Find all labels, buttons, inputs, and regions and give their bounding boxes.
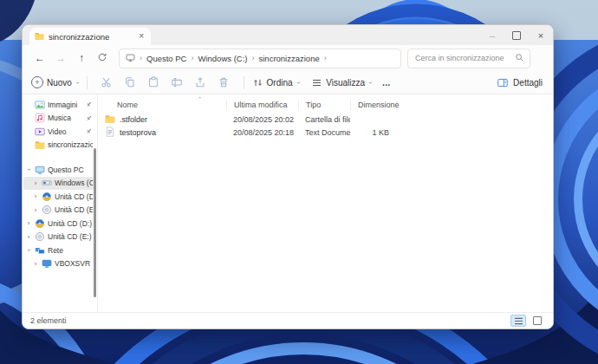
disc-icon — [35, 231, 45, 242]
chevron-collapsed-icon[interactable]: › — [32, 206, 39, 214]
sidebar-item-unita-cd-d[interactable]: › Unità CD (D:) V — [23, 190, 94, 204]
share-button[interactable] — [189, 76, 212, 88]
sidebar-item-rete[interactable]: › Rete — [23, 244, 94, 257]
pin-icon — [85, 127, 93, 135]
forward-button[interactable]: → — [50, 52, 71, 64]
sidebar-item-label: Musica — [48, 114, 71, 122]
view-button[interactable]: Visualizza › — [311, 77, 372, 88]
details-view-button[interactable] — [510, 315, 526, 327]
close-button[interactable]: × — [529, 25, 553, 45]
pictures-icon — [35, 100, 45, 110]
delete-button[interactable] — [212, 76, 236, 88]
sidebar-item-questo-pc[interactable]: › Questo PC — [23, 163, 94, 177]
tab-close-icon[interactable]: × — [137, 32, 146, 41]
divider — [87, 76, 88, 89]
breadcrumb-separator: › — [140, 54, 142, 62]
maximize-button[interactable] — [504, 25, 529, 45]
back-button[interactable]: ← — [29, 52, 50, 64]
sidebar-item-video[interactable]: Video — [23, 125, 94, 139]
chevron-down-icon: › — [294, 81, 302, 84]
copy-button[interactable] — [119, 76, 142, 88]
sidebar-item-label: Video — [48, 127, 67, 136]
sidebar-item-label: Rete — [48, 246, 63, 255]
chevron-collapsed-icon[interactable]: › — [32, 192, 39, 200]
sidebar-item-vboxsvr[interactable]: › VBOXSVR — [23, 257, 94, 271]
file-size: 1 KB — [350, 128, 397, 137]
sidebar-item-musica[interactable]: Musica — [23, 112, 94, 126]
sidebar-separator — [23, 152, 97, 163]
explorer-tab[interactable]: sincronizzazione × — [29, 28, 151, 45]
new-button[interactable]: + Nuovo › — [31, 76, 79, 88]
details-label: Dettagli — [513, 78, 543, 88]
text-file-icon — [105, 127, 115, 139]
sidebar-item-sincronizzazione[interactable]: sincronizzazione — [23, 139, 94, 153]
paste-button[interactable] — [142, 76, 166, 88]
breadcrumb-item-windows-c[interactable]: Windows (C:) — [198, 54, 247, 63]
chevron-collapsed-icon[interactable]: › — [25, 219, 32, 227]
sidebar-scrollbar[interactable] — [94, 148, 96, 297]
more-options-button[interactable]: … — [382, 78, 392, 88]
breadcrumb-item-questo-pc[interactable]: Questo PC — [146, 54, 186, 63]
pin-icon — [85, 101, 93, 108]
up-button[interactable]: ↑ — [71, 52, 92, 64]
details-pane-button[interactable]: Dettagli — [497, 77, 543, 88]
computer-icon — [35, 165, 45, 175]
column-header-tipo[interactable]: Tipo — [298, 100, 350, 111]
rename-button[interactable] — [166, 76, 189, 88]
item-count: 2 elementi — [30, 316, 67, 325]
network-icon — [35, 245, 45, 256]
command-bar: + Nuovo › — [23, 71, 553, 94]
sidebar-item-label: Unità CD (D:) V — [55, 192, 93, 201]
search-icon — [515, 50, 524, 66]
navigation-bar: ← → ↑ › Questo PC › Windows (C:) › sincr… — [23, 45, 553, 71]
large-icons-view-button[interactable] — [530, 315, 545, 327]
sort-button[interactable]: Ordina › — [252, 77, 300, 88]
breadcrumb-item-sincronizzazione[interactable]: sincronizzazione — [258, 54, 319, 63]
file-explorer-window: sincronizzazione × – × ← → ↑ › Questo — [22, 24, 554, 329]
refresh-button[interactable] — [92, 52, 113, 65]
new-label: Nuovo — [47, 78, 72, 88]
file-type: Text Document — [298, 128, 350, 137]
table-row[interactable]: testoprova 20/08/2025 20:18 Text Documen… — [98, 127, 553, 140]
sidebar-item-windows-c[interactable]: › Windows (C:) — [23, 177, 94, 191]
search-input[interactable] — [413, 53, 515, 63]
table-row[interactable]: .stfolder 20/08/2025 20:02 Cartella di f… — [98, 113, 553, 127]
file-name: testoprova — [120, 128, 156, 137]
pin-icon — [85, 114, 93, 122]
sidebar-item-label: Unità CD (E:) 202 — [48, 232, 93, 241]
chevron-collapsed-icon[interactable]: › — [32, 179, 39, 187]
address-bar[interactable]: › Questo PC › Windows (C:) › sincronizza… — [119, 49, 401, 68]
column-header-ultima-modifica[interactable]: Ultima modifica — [226, 100, 298, 111]
title-bar: sincronizzazione × – × — [23, 25, 553, 45]
sidebar-item-label: sincronizzazione — [48, 140, 93, 149]
chevron-expanded-icon[interactable]: › — [25, 166, 33, 173]
chevron-collapsed-icon[interactable]: › — [32, 260, 39, 268]
navigation-pane: Immagini Musica — [23, 94, 98, 312]
sort-label: Ordina — [267, 78, 293, 88]
chevron-down-icon: › — [74, 81, 81, 84]
sidebar-item-label: Questo PC — [48, 166, 84, 174]
chevron-expanded-icon[interactable]: › — [25, 247, 33, 254]
sidebar-item-label: Unità CD (D:) Vir — [48, 219, 93, 228]
file-type: Cartella di file — [298, 115, 350, 124]
status-bar: 2 elementi — [23, 312, 553, 328]
column-header-dimensione[interactable]: Dimensione — [350, 100, 397, 111]
breadcrumb-separator: › — [191, 54, 193, 62]
caption-buttons: – × — [480, 25, 553, 45]
minimize-button[interactable]: – — [480, 25, 504, 45]
file-list-pane: › Nome Ultima modifica Tipo Dimensione .… — [98, 94, 553, 312]
sidebar-item-immagini[interactable]: Immagini — [23, 98, 94, 112]
chevron-down-icon: › — [367, 81, 374, 84]
sidebar-item-unita-cd-d-root[interactable]: › Unità CD (D:) Vir — [23, 217, 94, 231]
column-header-nome[interactable]: Nome — [98, 100, 226, 111]
sidebar-item-label: Windows (C:) — [55, 179, 93, 187]
disc-vbox-icon — [35, 218, 45, 229]
sidebar-item-unita-cd-e[interactable]: › Unità CD (E:) 20 — [23, 204, 94, 218]
sidebar-item-label: VBOXSVR — [55, 259, 90, 268]
chevron-collapsed-icon[interactable]: › — [25, 233, 32, 241]
cut-button[interactable] — [95, 76, 119, 88]
sidebar-item-unita-cd-e-root[interactable]: › Unità CD (E:) 202 — [23, 231, 94, 244]
search-box[interactable] — [407, 49, 530, 68]
file-name: .stfolder — [120, 115, 147, 124]
plus-icon: + — [31, 76, 43, 88]
